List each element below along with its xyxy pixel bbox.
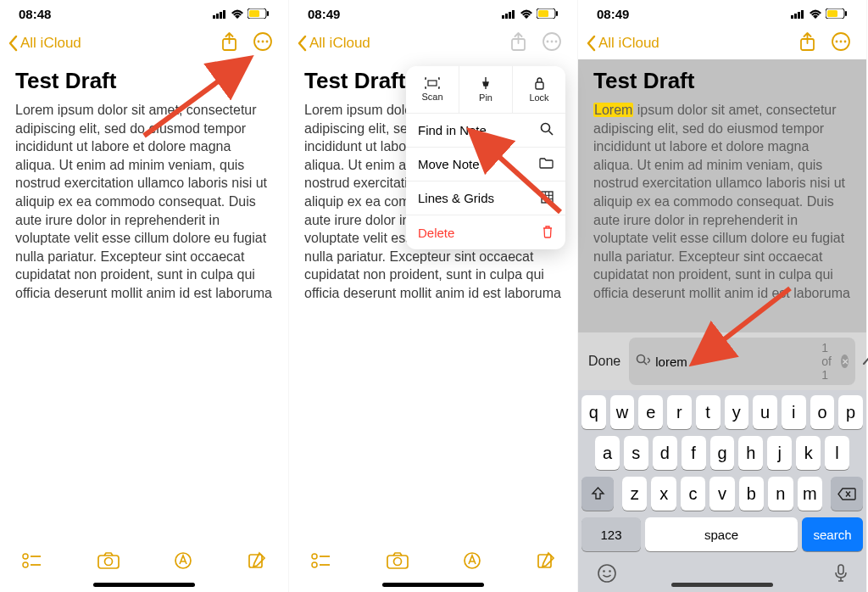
compose-icon[interactable] (248, 551, 266, 573)
key-a[interactable]: a (595, 436, 620, 470)
space-key[interactable]: space (645, 517, 798, 551)
svg-point-61 (840, 41, 843, 43)
nav-bar: All iCloud (289, 27, 577, 59)
key-b[interactable]: b (739, 477, 764, 511)
key-l[interactable]: l (825, 436, 849, 470)
menu-scan[interactable]: Scan (406, 66, 459, 114)
done-button[interactable]: Done (587, 350, 622, 372)
menu-find-in-note[interactable]: Find in Note (406, 114, 565, 148)
menu-pin[interactable]: Pin (459, 66, 513, 114)
clear-icon[interactable]: ✕ (841, 355, 849, 368)
svg-point-67 (603, 570, 605, 572)
checklist-icon[interactable] (311, 552, 331, 572)
key-x[interactable]: x (651, 477, 676, 511)
keyboard: qwertyuiop asdfghjkl zxcvbnm 123 space s… (578, 390, 866, 592)
menu-delete[interactable]: Delete (406, 215, 565, 249)
svg-rect-56 (827, 10, 837, 17)
key-w[interactable]: w (610, 395, 635, 429)
menu-lines-grids[interactable]: Lines & Grids (406, 182, 565, 215)
back-button[interactable]: All iCloud (587, 35, 659, 52)
back-label: All iCloud (20, 35, 81, 52)
svg-point-10 (262, 41, 264, 43)
nav-actions (799, 31, 851, 55)
key-j[interactable]: j (767, 436, 792, 470)
key-q[interactable]: q (581, 395, 606, 429)
key-i[interactable]: i (782, 395, 806, 429)
key-v[interactable]: v (709, 477, 734, 511)
numeric-key[interactable]: 123 (581, 517, 641, 551)
note-body[interactable]: Lorem ipsum dolor sit amet, consectetur … (0, 101, 288, 303)
nav-actions (510, 31, 562, 55)
signal-icon (502, 7, 516, 21)
note-body[interactable]: Lorem ipsum dolor sit amet, consectetur … (578, 101, 866, 303)
markup-icon[interactable] (463, 551, 481, 573)
camera-icon[interactable] (387, 552, 409, 572)
note-title[interactable]: Test Draft (0, 59, 288, 101)
svg-line-65 (644, 362, 648, 366)
home-indicator[interactable] (671, 583, 773, 587)
nav-bar: All iCloud (578, 27, 866, 59)
key-h[interactable]: h (738, 436, 763, 470)
more-icon[interactable] (831, 31, 851, 55)
key-m[interactable]: m (798, 477, 822, 511)
emoji-icon[interactable] (597, 563, 617, 587)
prev-match-icon[interactable] (862, 354, 868, 369)
nav-actions (221, 31, 273, 55)
more-icon[interactable] (253, 31, 273, 55)
key-o[interactable]: o (810, 395, 835, 429)
key-n[interactable]: n (768, 477, 793, 511)
key-row-2: asdfghjkl (581, 436, 863, 470)
key-y[interactable]: y (725, 395, 749, 429)
key-r[interactable]: r (667, 395, 692, 429)
key-f[interactable]: f (682, 436, 706, 470)
key-d[interactable]: d (653, 436, 677, 470)
key-row-1: qwertyuiop (581, 395, 863, 429)
svg-point-64 (637, 355, 645, 363)
dimmed-content: Test Draft Lorem ipsum dolor sit amet, c… (578, 59, 866, 332)
checklist-icon[interactable] (22, 552, 42, 572)
wifi-icon (520, 7, 533, 21)
menu-pin-label: Pin (479, 92, 492, 103)
share-icon[interactable] (799, 32, 815, 55)
folder-icon (539, 157, 554, 171)
menu-move-note[interactable]: Move Note (406, 148, 565, 182)
camera-icon[interactable] (97, 552, 120, 572)
share-icon[interactable] (221, 32, 237, 55)
svg-rect-27 (556, 11, 558, 16)
note-title[interactable]: Test Draft (578, 59, 866, 101)
key-z[interactable]: z (622, 477, 647, 511)
menu-find-label: Find in Note (418, 123, 487, 137)
svg-rect-52 (794, 14, 797, 19)
svg-rect-0 (213, 15, 215, 19)
backspace-key[interactable] (831, 477, 863, 511)
key-s[interactable]: s (624, 436, 648, 470)
back-button[interactable]: All iCloud (298, 35, 370, 52)
compose-icon[interactable] (537, 551, 555, 573)
search-input[interactable] (655, 355, 816, 369)
svg-point-18 (104, 558, 112, 566)
menu-lock-label: Lock (529, 92, 548, 103)
shift-key[interactable] (581, 477, 614, 511)
svg-rect-57 (845, 11, 847, 16)
markup-icon[interactable] (174, 551, 192, 573)
home-indicator[interactable] (382, 583, 484, 587)
key-k[interactable]: k (796, 436, 821, 470)
svg-point-31 (551, 41, 554, 43)
menu-lock[interactable]: Lock (513, 66, 565, 114)
menu-delete-label: Delete (418, 226, 454, 240)
key-c[interactable]: c (681, 477, 705, 511)
more-icon[interactable] (542, 31, 562, 55)
search-key[interactable]: search (802, 517, 863, 551)
mic-icon[interactable] (834, 564, 848, 586)
home-indicator[interactable] (93, 583, 195, 587)
nav-bar: All iCloud (0, 27, 288, 59)
key-u[interactable]: u (753, 395, 777, 429)
back-button[interactable]: All iCloud (8, 35, 81, 52)
key-p[interactable]: p (838, 395, 863, 429)
search-field[interactable]: 1 of 1 ✕ (629, 338, 855, 385)
svg-point-15 (23, 562, 28, 567)
key-g[interactable]: g (710, 436, 735, 470)
key-t[interactable]: t (696, 395, 721, 429)
key-e[interactable]: e (638, 395, 663, 429)
share-icon[interactable] (510, 32, 526, 55)
